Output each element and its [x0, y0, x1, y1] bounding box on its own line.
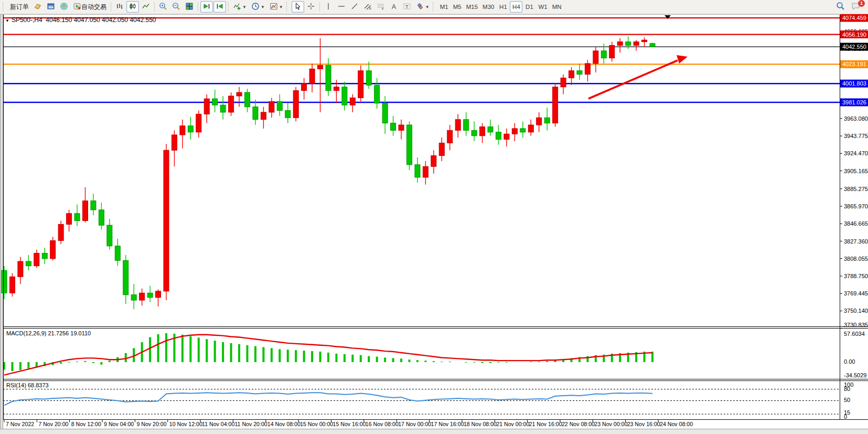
candle — [34, 253, 39, 266]
candle — [439, 143, 444, 155]
candlestick-chart-type-button[interactable] — [126, 1, 139, 13]
toolbar-grip[interactable] — [286, 2, 290, 12]
timeframe-button-d1[interactable]: D1 — [523, 1, 535, 13]
svg-text:15 Nov 16:00: 15 Nov 16:00 — [333, 421, 366, 427]
new-order-ticket-icon-button[interactable] — [31, 1, 44, 13]
zoom-out-button[interactable] — [170, 1, 183, 13]
candle — [358, 71, 363, 98]
signals-button[interactable] — [58, 1, 70, 13]
auto-scroll-button[interactable] — [200, 1, 213, 13]
candle — [447, 130, 453, 143]
autotrading-icon — [73, 2, 81, 12]
equidistant-channel-tool-button[interactable]: E — [361, 1, 374, 13]
candle — [74, 214, 80, 221]
cursor-button[interactable] — [292, 1, 304, 13]
candle — [164, 150, 169, 291]
chevron-down-icon: ▼ — [279, 5, 283, 9]
svg-text:10 Nov 12:00: 10 Nov 12:00 — [169, 421, 202, 427]
svg-text:14 Nov 08:00: 14 Nov 08:00 — [267, 421, 301, 427]
crosshair-button[interactable] — [305, 1, 317, 13]
trendline-icon — [350, 2, 359, 12]
periods-button[interactable]: ▼ — [249, 1, 267, 13]
fibonacci-tool-button[interactable]: F — [374, 1, 387, 13]
candle — [504, 134, 509, 139]
notifications-button[interactable]: 1 — [849, 1, 863, 13]
tile-windows-icon — [185, 2, 194, 12]
timeframe-button-h1[interactable]: H1 — [497, 1, 509, 13]
text-tool-button[interactable]: A — [388, 1, 400, 13]
svg-text:8 Nov 12:00: 8 Nov 12:00 — [71, 421, 101, 427]
chart-canvas[interactable]: 3963.0803943.7753924.4703905.1653885.275… — [0, 0, 868, 434]
chart-shift-button[interactable] — [213, 1, 226, 13]
timeframe-button-m15[interactable]: M15 — [464, 1, 480, 13]
fibonacci-icon: F — [377, 2, 385, 12]
indicators-button[interactable]: ▼ — [231, 1, 249, 13]
tile-windows-button[interactable] — [183, 1, 196, 13]
svg-text:4001.803: 4001.803 — [842, 80, 866, 87]
svg-text:3963.080: 3963.080 — [844, 115, 868, 122]
svg-text:3885.275: 3885.275 — [844, 186, 868, 192]
svg-text:4056.190: 4056.190 — [842, 31, 866, 38]
toolbar: 新订单 自动交易 ▼ ▼ — [0, 0, 868, 14]
arrows-tool-button[interactable]: ▼ — [414, 1, 432, 13]
candle — [634, 42, 639, 46]
svg-text:E: E — [369, 7, 371, 10]
candle — [407, 125, 412, 165]
candle — [496, 132, 501, 140]
templates-button[interactable]: ▼ — [267, 1, 285, 13]
candle — [2, 270, 7, 293]
candle — [147, 293, 153, 298]
new-order-button[interactable]: 新订单 — [8, 1, 31, 13]
timeframe-button-m30[interactable]: M30 — [480, 1, 496, 13]
svg-text:4042.550: 4042.550 — [842, 44, 866, 50]
candle — [318, 65, 323, 69]
candle — [626, 42, 631, 46]
candle — [471, 130, 477, 135]
svg-text:11 Nov 04:00: 11 Nov 04:00 — [202, 421, 234, 427]
svg-text:24 Nov 08:00: 24 Nov 08:00 — [660, 421, 693, 427]
candle — [577, 71, 582, 75]
horizontal-line-tool-button[interactable] — [335, 1, 348, 13]
cursor-icon — [294, 2, 302, 12]
timeframe-button-h4[interactable]: H4 — [510, 1, 522, 13]
svg-text:9 Nov 04:00: 9 Nov 04:00 — [104, 421, 134, 427]
candle — [115, 246, 120, 261]
line-chart-type-button[interactable] — [140, 1, 152, 13]
svg-text:21 Nov 00:00: 21 Nov 00:00 — [496, 421, 529, 427]
svg-text:3808.055: 3808.055 — [844, 256, 868, 262]
candle — [220, 105, 226, 112]
separator — [111, 2, 111, 12]
svg-text:3981.026: 3981.026 — [842, 99, 866, 105]
search-button[interactable] — [834, 1, 847, 13]
zoom-in-button[interactable] — [157, 1, 169, 13]
timeframe-button-w1[interactable]: W1 — [536, 1, 549, 13]
candle — [172, 135, 177, 150]
trendline-tool-button[interactable] — [348, 1, 361, 13]
svg-text:23 Nov 00:00: 23 Nov 00:00 — [594, 421, 627, 427]
svg-text:3865.970: 3865.970 — [844, 203, 868, 209]
horizontal-line-icon — [337, 2, 346, 12]
svg-text:3827.360: 3827.360 — [844, 238, 868, 245]
svg-text:3846.665: 3846.665 — [844, 220, 868, 227]
candle — [334, 87, 339, 91]
autotrading-button[interactable]: 自动交易 — [71, 1, 109, 13]
chart-background — [0, 14, 868, 434]
timeframe-button-m5[interactable]: M5 — [451, 1, 464, 13]
toolbar-grip[interactable] — [433, 2, 436, 12]
new-order-label: 新订单 — [10, 3, 29, 12]
svg-text:3924.470: 3924.470 — [844, 150, 868, 156]
candle — [156, 291, 161, 298]
timeframe-button-mn[interactable]: MN — [550, 1, 564, 13]
candle — [585, 63, 590, 75]
timeframe-button-m1[interactable]: M1 — [438, 1, 451, 13]
market-watch-window-button[interactable] — [45, 1, 57, 13]
vertical-line-tool-button[interactable] — [322, 1, 335, 13]
toolbar-grip[interactable] — [3, 2, 6, 12]
bar-chart-type-button[interactable] — [113, 1, 126, 13]
text-label-tool-button[interactable]: T — [401, 1, 413, 13]
svg-text:15 Nov 00:00: 15 Nov 00:00 — [300, 421, 333, 427]
candle — [83, 201, 88, 221]
candle — [415, 165, 420, 177]
candle — [464, 120, 469, 131]
separator — [228, 2, 229, 12]
